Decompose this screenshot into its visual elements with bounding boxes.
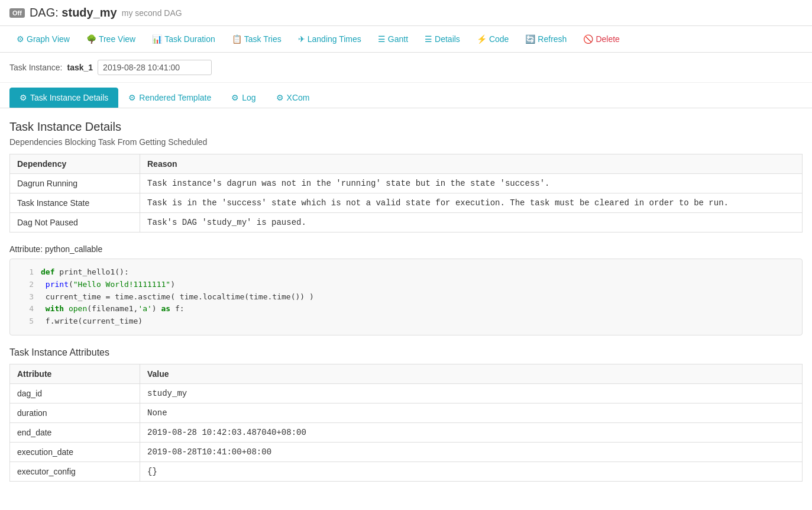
tree-view-icon: 🌳 (86, 34, 96, 44)
nav-refresh-label: Refresh (538, 34, 567, 44)
tab-task-instance-details-label: Task Instance Details (30, 93, 108, 102)
instance-attrs-title: Task Instance Attributes (9, 347, 803, 358)
dep-cell-reason: Task is in the 'success' state which is … (140, 193, 803, 213)
dep-header-reason: Reason (140, 154, 803, 174)
tab-log-label: Log (242, 93, 255, 102)
nav-task-duration[interactable]: 📊 Task Duration (145, 31, 222, 47)
tab-xcom-label: XCom (287, 93, 310, 102)
nav-tree-view[interactable]: 🌳 Tree View (79, 31, 143, 47)
task-datetime-input[interactable] (98, 60, 212, 75)
graph-view-icon: ⚙ (17, 34, 24, 44)
nav-tree-view-label: Tree View (99, 34, 135, 44)
tab-task-instance-details[interactable]: ⚙ Task Instance Details (9, 88, 118, 108)
table-row: Dag Not PausedTask's DAG 'study_my' is p… (10, 213, 803, 233)
table-row: durationNone (10, 403, 803, 422)
attr-cell-value: study_my (140, 383, 803, 403)
tab-log[interactable]: ⚙ Log (221, 88, 266, 108)
code-block: 1def print_hello1(): 2 print("Hello Worl… (9, 259, 803, 335)
dep-cell-dependency: Dagrun Running (10, 174, 140, 193)
details-icon: ☰ (425, 34, 432, 44)
task-selector: Task Instance: task_1 (0, 53, 812, 83)
task-tries-icon: 📋 (232, 34, 242, 44)
dep-header-dependency: Dependency (10, 154, 140, 174)
dep-cell-dependency: Dag Not Paused (10, 213, 140, 233)
attr-cell-name: executor_config (10, 461, 140, 481)
attr-cell-name: execution_date (10, 442, 140, 461)
code-line-3: 3 current_time = time.asctime( time.loca… (20, 291, 792, 304)
landing-times-icon: ✈ (298, 34, 305, 44)
nav-task-tries-label: Task Tries (244, 34, 282, 44)
tab-log-icon: ⚙ (231, 93, 239, 102)
content: Task Instance Details Dependencies Block… (0, 108, 812, 505)
code-line-2: 2 print("Hello World!1111111") (20, 279, 792, 291)
table-row: Task Instance StateTask is in the 'succe… (10, 193, 803, 213)
attr-cell-value: 2019-08-28 10:42:03.487040+08:00 (140, 422, 803, 442)
nav-landing-times-label: Landing Times (308, 34, 361, 44)
attribute-label: Attribute: python_callable (9, 244, 803, 254)
nav-code-label: Code (489, 34, 509, 44)
table-row: executor_config{} (10, 461, 803, 481)
task-instance-label: Task Instance: (9, 63, 63, 72)
tab-rendered-template-icon: ⚙ (128, 93, 136, 102)
tab-xcom[interactable]: ⚙ XCom (266, 88, 320, 108)
task-name: task_1 (67, 63, 93, 72)
section-title: Task Instance Details (9, 120, 803, 134)
dag-name: study_my (62, 6, 117, 19)
nav-delete-label: Delete (596, 34, 619, 44)
attr-cell-value: None (140, 403, 803, 422)
attr-cell-name: dag_id (10, 383, 140, 403)
table-row: dag_idstudy_my (10, 383, 803, 403)
delete-icon: 🚫 (583, 34, 593, 44)
page-header: Off DAG: study_my my second DAG (0, 0, 812, 26)
refresh-icon: 🔄 (525, 34, 535, 44)
dag-title: DAG: study_my (30, 6, 117, 20)
nav-task-tries[interactable]: 📋 Task Tries (225, 31, 289, 47)
tab-rendered-template-label: Rendered Template (139, 93, 211, 102)
dag-subtitle: my second DAG (122, 8, 182, 18)
nav-details-label: Details (435, 34, 460, 44)
table-row: execution_date2019-08-28T10:41:00+08:00 (10, 442, 803, 461)
dag-prefix: DAG: (30, 6, 59, 19)
sub-tabs: ⚙ Task Instance Details ⚙ Rendered Templ… (0, 83, 812, 108)
dep-cell-dependency: Task Instance State (10, 193, 140, 213)
table-row: end_date2019-08-28 10:42:03.487040+08:00 (10, 422, 803, 442)
code-line-4: 4 with open(filename1,'a') as f: (20, 303, 792, 315)
nav-gantt[interactable]: ☰ Gantt (371, 31, 415, 47)
attrs-header-attribute: Attribute (10, 364, 140, 383)
nav-delete[interactable]: 🚫 Delete (576, 31, 626, 47)
dependencies-table: Dependency Reason Dagrun RunningTask ins… (9, 154, 803, 233)
attrs-table: Attribute Value dag_idstudy_mydurationNo… (9, 364, 803, 482)
task-duration-icon: 📊 (152, 34, 162, 44)
attr-cell-name: duration (10, 403, 140, 422)
nav-refresh[interactable]: 🔄 Refresh (518, 31, 574, 47)
nav-graph-view-label: Graph View (27, 34, 70, 44)
dag-off-badge: Off (9, 8, 25, 18)
nav-details[interactable]: ☰ Details (418, 31, 467, 47)
nav-bar: ⚙ Graph View 🌳 Tree View 📊 Task Duration… (0, 26, 812, 53)
nav-task-duration-label: Task Duration (164, 34, 215, 44)
attr-cell-name: end_date (10, 422, 140, 442)
code-line-1: 1def print_hello1(): (20, 266, 792, 279)
tab-task-instance-details-icon: ⚙ (20, 93, 27, 102)
gantt-icon: ☰ (378, 34, 386, 44)
section-subtitle: Dependencies Blocking Task From Getting … (9, 137, 803, 147)
table-row: Dagrun RunningTask instance's dagrun was… (10, 174, 803, 193)
dep-cell-reason: Task instance's dagrun was not in the 'r… (140, 174, 803, 193)
nav-graph-view[interactable]: ⚙ Graph View (9, 31, 77, 47)
nav-code[interactable]: ⚡ Code (470, 31, 516, 47)
attr-cell-value: 2019-08-28T10:41:00+08:00 (140, 442, 803, 461)
attrs-header-value: Value (140, 364, 803, 383)
tab-rendered-template[interactable]: ⚙ Rendered Template (118, 88, 221, 108)
code-line-5: 5 f.write(current_time) (20, 315, 792, 328)
code-icon: ⚡ (477, 34, 487, 44)
dep-cell-reason: Task's DAG 'study_my' is paused. (140, 213, 803, 233)
attr-cell-value: {} (140, 461, 803, 481)
nav-landing-times[interactable]: ✈ Landing Times (291, 31, 368, 47)
tab-xcom-icon: ⚙ (276, 93, 284, 102)
nav-gantt-label: Gantt (388, 34, 408, 44)
